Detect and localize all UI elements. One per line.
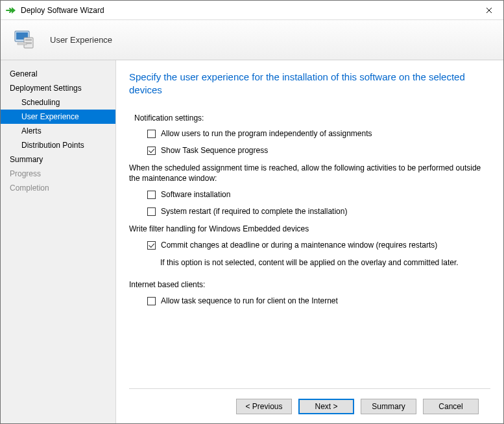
show-progress-label: Show Task Sequence progress [161, 146, 268, 155]
previous-button[interactable]: < Previous [236, 399, 292, 414]
notification-settings-label: Notification settings: [134, 113, 490, 123]
close-button[interactable] [474, 1, 503, 19]
maintenance-desc: When the scheduled assignment time is re… [129, 163, 490, 183]
nav-distribution-points[interactable]: Distribution Points [1, 138, 115, 152]
header-title: User Experience [50, 35, 112, 45]
allow-run-label: Allow users to run the program independe… [161, 129, 372, 138]
app-arrow-icon [6, 5, 16, 16]
wizard-body: General Deployment Settings Scheduling U… [1, 60, 503, 423]
allow-run-row[interactable]: Allow users to run the program independe… [147, 129, 490, 138]
commit-row[interactable]: Commit changes at deadline or during a m… [147, 241, 490, 250]
internet-cb-label: Allow task sequence to run for client on… [161, 296, 338, 305]
nav-summary[interactable]: Summary [1, 152, 115, 167]
computer-icon [11, 27, 37, 53]
svg-rect-5 [18, 43, 27, 45]
footer: < Previous Next > Summary Cancel [129, 388, 490, 423]
cancel-button[interactable]: Cancel [423, 399, 479, 414]
commit-label: Commit changes at deadline or during a m… [161, 241, 437, 250]
system-restart-label: System restart (if required to complete … [161, 207, 347, 216]
nav-deployment-settings[interactable]: Deployment Settings [1, 81, 115, 95]
titlebar: Deploy Software Wizard [1, 1, 503, 20]
nav-alerts[interactable]: Alerts [1, 124, 115, 138]
nav-general[interactable]: General [1, 67, 115, 81]
nav-completion: Completion [1, 181, 115, 195]
header-band: User Experience [1, 20, 503, 60]
nav-user-experience[interactable]: User Experience [1, 110, 115, 124]
internet-row[interactable]: Allow task sequence to run for client on… [147, 296, 490, 305]
sidebar: General Deployment Settings Scheduling U… [1, 60, 116, 423]
software-install-row[interactable]: Software installation [147, 190, 490, 199]
page-heading: Specify the user experience for the inst… [129, 71, 490, 97]
show-progress-row[interactable]: Show Task Sequence progress [147, 146, 490, 155]
internet-label: Internet based clients: [129, 279, 490, 290]
main-panel: Specify the user experience for the inst… [116, 60, 503, 423]
embedded-label: Write filter handling for Windows Embedd… [129, 224, 490, 234]
commit-hint: If this option is not selected, content … [160, 257, 490, 268]
show-progress-checkbox[interactable] [147, 147, 156, 155]
nav-progress: Progress [1, 167, 115, 181]
svg-rect-3 [25, 39, 32, 41]
internet-checkbox[interactable] [147, 297, 156, 305]
software-install-checkbox[interactable] [147, 191, 156, 199]
window-title: Deploy Software Wizard [21, 6, 104, 15]
allow-run-checkbox[interactable] [147, 130, 156, 138]
next-button[interactable]: Next > [298, 399, 354, 414]
system-restart-checkbox[interactable] [147, 207, 156, 216]
content-area: Specify the user experience for the inst… [129, 71, 490, 388]
wizard-window: Deploy Software Wizard User Experience G… [0, 0, 504, 424]
software-install-label: Software installation [161, 190, 230, 199]
commit-checkbox[interactable] [147, 241, 156, 250]
close-icon [486, 7, 492, 14]
summary-button[interactable]: Summary [361, 399, 416, 414]
nav-scheduling[interactable]: Scheduling [1, 95, 115, 110]
system-restart-row[interactable]: System restart (if required to complete … [147, 207, 490, 216]
